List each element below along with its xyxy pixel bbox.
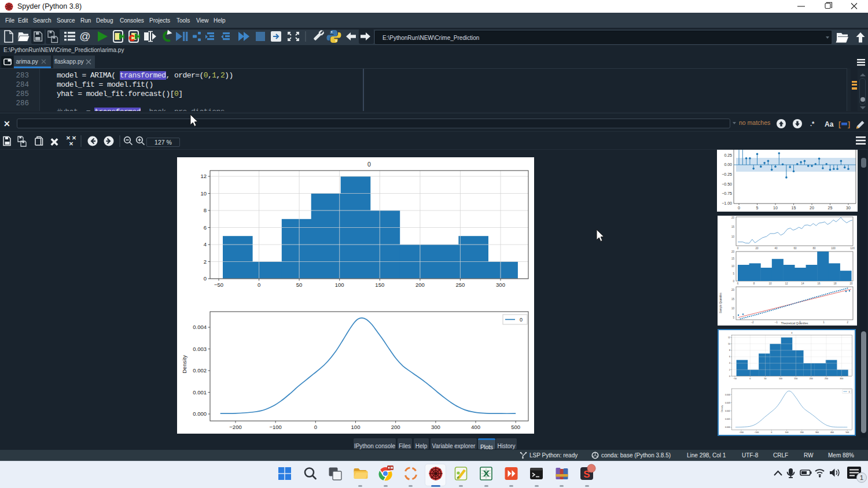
svg-text:12: 12 — [200, 173, 207, 179]
svg-text:[: [ — [838, 120, 841, 128]
svg-text:40: 40 — [774, 247, 778, 250]
svg-text:0.003: 0.003 — [193, 346, 207, 352]
svg-text:120: 120 — [850, 247, 855, 250]
svg-text:6: 6 — [204, 224, 207, 231]
svg-text:300: 300 — [815, 431, 819, 434]
svg-text:0: 0 — [258, 282, 260, 288]
svg-text:50: 50 — [296, 282, 303, 288]
svg-text:0.000: 0.000 — [193, 411, 207, 417]
svg-text:−50: −50 — [733, 378, 737, 380]
svg-text:250: 250 — [455, 282, 465, 288]
svg-text:10: 10 — [200, 190, 207, 197]
svg-text:200: 200 — [415, 282, 425, 288]
svg-text:20: 20 — [731, 250, 735, 253]
svg-text:15: 15 — [731, 298, 735, 301]
svg-text:150: 150 — [794, 378, 797, 380]
svg-text:−100: −100 — [754, 431, 759, 434]
svg-text:0: 0 — [771, 431, 772, 434]
svg-text:0: 0 — [204, 275, 207, 282]
svg-text:−100: −100 — [269, 424, 281, 430]
svg-text:Density: Density — [721, 405, 723, 412]
svg-text:80: 80 — [812, 247, 816, 250]
svg-text:2: 2 — [204, 258, 207, 265]
svg-text:2: 2 — [729, 369, 730, 371]
svg-text:0.004: 0.004 — [725, 394, 730, 396]
svg-text:300: 300 — [496, 282, 505, 288]
svg-text:−200: −200 — [739, 431, 744, 434]
svg-text:−50: −50 — [214, 282, 223, 288]
svg-text:0: 0 — [367, 161, 371, 168]
svg-text:60: 60 — [793, 247, 797, 250]
svg-text:10: 10 — [731, 265, 735, 268]
svg-text:10: 10 — [728, 343, 730, 345]
svg-text:6: 6 — [729, 356, 730, 358]
svg-text:0.25: 0.25 — [724, 153, 732, 157]
svg-text:200: 200 — [810, 378, 813, 380]
svg-text:0.003: 0.003 — [725, 402, 730, 404]
svg-text:10: 10 — [768, 282, 772, 285]
svg-text:0.004: 0.004 — [193, 324, 207, 330]
svg-text:150: 150 — [375, 282, 384, 288]
svg-text:−0.25: −0.25 — [722, 172, 732, 176]
svg-text:0.002: 0.002 — [725, 410, 730, 412]
svg-text:10: 10 — [773, 206, 778, 210]
svg-text:100: 100 — [335, 282, 344, 288]
svg-text:0.000: 0.000 — [725, 426, 730, 428]
svg-text:0: 0 — [749, 378, 751, 380]
svg-text:.*: .* — [810, 120, 815, 127]
svg-text:Aa: Aa — [825, 120, 834, 128]
svg-text:25: 25 — [828, 206, 833, 210]
svg-text:15: 15 — [792, 206, 796, 210]
svg-text:15: 15 — [731, 257, 735, 260]
svg-text:@: @ — [79, 30, 90, 42]
svg-text:Theoretical Quantiles: Theoretical Quantiles — [781, 321, 808, 325]
svg-text:0.001: 0.001 — [193, 389, 207, 395]
svg-text:20: 20 — [810, 206, 814, 210]
svg-text:0.002: 0.002 — [193, 367, 207, 374]
svg-text:0: 0 — [738, 206, 740, 210]
svg-text:5: 5 — [756, 206, 759, 210]
svg-text:20: 20 — [755, 247, 759, 250]
svg-text:0: 0 — [314, 424, 317, 430]
svg-text:Sample Quantiles: Sample Quantiles — [719, 292, 722, 313]
svg-text:10: 10 — [731, 235, 735, 238]
svg-text:100: 100 — [351, 424, 361, 430]
svg-text:300: 300 — [431, 424, 440, 430]
svg-text:4: 4 — [729, 362, 730, 364]
svg-text:100: 100 — [785, 431, 789, 434]
svg-text:50: 50 — [764, 378, 767, 380]
svg-text:0: 0 — [849, 391, 850, 393]
svg-text:0.001: 0.001 — [725, 418, 730, 420]
svg-text:4: 4 — [204, 241, 207, 247]
svg-text:20: 20 — [731, 289, 735, 291]
svg-text:−2: −2 — [751, 321, 754, 324]
svg-text:12: 12 — [785, 282, 788, 285]
svg-text:500: 500 — [845, 431, 849, 434]
svg-text:100: 100 — [779, 378, 782, 380]
svg-text:250: 250 — [825, 378, 828, 380]
svg-text:−1.00: −1.00 — [722, 201, 732, 205]
svg-text:1: 1 — [860, 474, 863, 481]
svg-text:12: 12 — [728, 337, 730, 339]
svg-text:8: 8 — [729, 349, 730, 352]
svg-text:200: 200 — [391, 424, 400, 430]
svg-text:−200: −200 — [229, 424, 241, 430]
svg-text:−0.50: −0.50 — [722, 182, 732, 186]
svg-text:20: 20 — [849, 282, 853, 285]
svg-text:10: 10 — [731, 307, 735, 310]
svg-text:100: 100 — [831, 247, 836, 250]
svg-text:8: 8 — [204, 207, 207, 213]
svg-text:16: 16 — [817, 282, 821, 285]
svg-text:]: ] — [848, 120, 850, 128]
svg-text:30: 30 — [846, 206, 851, 210]
svg-text:0.00: 0.00 — [724, 162, 732, 167]
svg-text:400: 400 — [830, 431, 834, 434]
svg-text:0: 0 — [520, 317, 523, 323]
svg-text:✕: ✕ — [69, 141, 73, 147]
svg-text:300: 300 — [840, 378, 843, 380]
svg-text:500: 500 — [511, 424, 520, 430]
svg-text:18: 18 — [833, 282, 837, 285]
svg-text:0: 0 — [729, 375, 730, 378]
svg-text:20: 20 — [731, 216, 735, 219]
svg-text:200: 200 — [800, 431, 804, 434]
